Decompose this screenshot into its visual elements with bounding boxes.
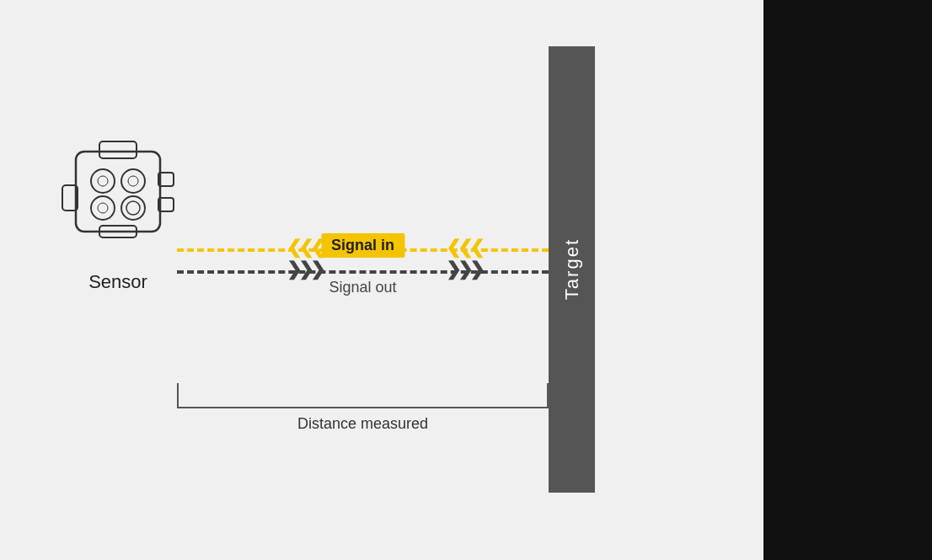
chevron-right-yellow-icon: ❮❮❮ [446,237,481,259]
svg-point-6 [91,169,115,193]
svg-point-12 [128,176,138,186]
distance-bracket [177,383,549,408]
main-diagram-area: Sensor Signal in Signal out ❮❮❮ ❮❮❮ ❯❯❯ … [0,0,763,560]
chevron-left-dark-icon: ❯❯❯ [287,259,322,280]
svg-point-9 [121,196,145,220]
signal-out-label: Signal out [329,279,396,296]
svg-rect-0 [76,152,160,232]
sensor-icon [51,126,185,261]
svg-point-13 [98,203,108,213]
distance-label: Distance measured [297,415,428,433]
target-label: Target [561,238,583,300]
sensor-label: Sensor [34,271,202,293]
svg-rect-1 [99,141,137,158]
target-bar: Target [549,46,595,493]
signal-out-line [177,270,549,274]
signal-in-badge: Signal in [321,233,404,258]
svg-point-11 [98,176,108,186]
chevron-left-yellow-icon: ❮❮❮ [287,237,322,259]
svg-point-10 [126,201,140,215]
sensor-container: Sensor [34,126,202,293]
distance-container: Distance measured [177,383,549,433]
svg-point-8 [91,196,115,220]
chevron-right-dark-icon: ❯❯❯ [446,259,481,280]
svg-point-7 [121,169,145,193]
black-panel [763,0,932,560]
